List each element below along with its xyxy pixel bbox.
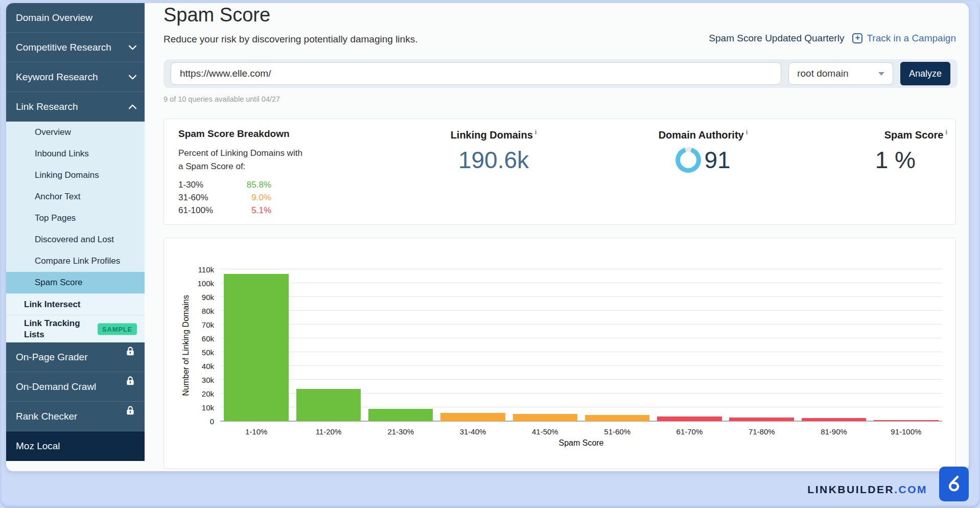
linkbuilder-logo <box>939 467 969 501</box>
sidebar-item-label: Link Intersect <box>24 299 81 310</box>
chevron-up-icon <box>129 104 136 109</box>
chart-bar-21-30% <box>368 409 433 421</box>
spam-score-breakdown: Spam Score Breakdown Percent of Linking … <box>178 128 311 217</box>
chart-bar-31-40% <box>440 413 505 421</box>
chart-y-tick: 20k <box>202 389 214 398</box>
domain-authority-label: Domain Authority <box>659 129 744 141</box>
sidebar-item-label: Discovered and Lost <box>35 235 114 245</box>
sidebar-item-link-research[interactable]: Link Research <box>6 92 145 122</box>
sidebar-item-linking-domains[interactable]: Linking Domains <box>6 165 145 186</box>
chart-bar-91-100% <box>874 420 938 421</box>
sidebar-item-label: Spam Score <box>35 278 83 288</box>
sidebar-item-discovered-and-lost[interactable]: Discovered and Lost <box>6 229 145 250</box>
sidebar-item-moz-local[interactable]: Moz Local <box>6 431 145 461</box>
page-subtitle: Reduce your risk by discovering potentia… <box>164 34 417 45</box>
chart-gridline <box>220 310 942 311</box>
sidebar-item-label: Overview <box>35 127 71 137</box>
chart-bar-51-60% <box>585 415 649 421</box>
updated-quarterly-note: Spam Score Updated Quarterly <box>709 33 844 44</box>
chart-y-tick: 0 <box>210 417 214 426</box>
chevron-down-icon <box>129 45 136 50</box>
sidebar-item-anchor-text[interactable]: Anchor Text <box>6 186 145 207</box>
app-window: Domain OverviewCompetitive ResearchKeywo… <box>6 3 969 471</box>
breakdown-row: 61-100%5.1% <box>178 204 271 217</box>
chart-y-tick: 80k <box>202 307 214 315</box>
sidebar-item-competitive-research[interactable]: Competitive Research <box>6 33 145 62</box>
chart-bar-1-10% <box>224 274 288 421</box>
queries-note: 9 of 10 queries available until 04/27 <box>164 95 280 103</box>
chart-x-tick: 81-90% <box>798 427 870 436</box>
spam-score-metric: Spam Scorei 1 % <box>840 128 947 174</box>
sidebar-item-overview[interactable]: Overview <box>6 122 145 143</box>
sidebar-item-label: Top Pages <box>35 213 76 223</box>
header-right: Spam Score Updated Quarterly Track in a … <box>709 33 956 44</box>
breakdown-rows: 1-30%85.8%31-60%9.0%61-100%5.1% <box>178 179 271 217</box>
chart-gridline <box>220 324 942 325</box>
scope-select[interactable]: root domain <box>788 62 893 85</box>
chart-gridline <box>220 296 942 297</box>
chart-bar-41-50% <box>513 414 577 421</box>
sidebar-item-compare-link-profiles[interactable]: Compare Link Profiles <box>6 250 145 272</box>
main-content: Spam Score Reduce your risk by discoveri… <box>145 3 969 471</box>
sidebar-item-label: Competitive Research <box>16 42 111 53</box>
chart-bar-71-80% <box>729 418 794 421</box>
sidebar-item-spam-score[interactable]: Spam Score <box>6 272 145 293</box>
analyze-button[interactable]: Analyze <box>900 62 950 85</box>
linkbuilder-watermark: LINKBUILDER.COM <box>807 483 927 496</box>
breakdown-row: 31-60%9.0% <box>178 192 271 204</box>
breakdown-row: 1-30%85.8% <box>178 179 271 192</box>
sidebar: Domain OverviewCompetitive ResearchKeywo… <box>6 3 145 471</box>
sidebar-item-on-demand-crawl[interactable]: On-Demand Crawl <box>6 372 145 402</box>
sidebar-item-label: Moz Local <box>16 441 60 452</box>
sidebar-item-label: On-Page Grader <box>16 352 87 363</box>
sidebar-item-link-intersect[interactable]: Link Intersect <box>6 293 145 315</box>
breakdown-title: Spam Score Breakdown <box>178 128 311 140</box>
linking-domains-value: 190.6k <box>409 146 578 174</box>
spam-score-value: 1 % <box>840 146 947 174</box>
sidebar-item-top-pages[interactable]: Top Pages <box>6 207 145 229</box>
sidebar-item-domain-overview[interactable]: Domain Overview <box>6 3 145 33</box>
search-bar: root domain Analyze <box>164 59 958 88</box>
chart-card: Number of Linking Domains Spam Score 010… <box>164 238 956 469</box>
chevron-down-icon <box>129 75 136 80</box>
lock-icon <box>126 376 134 385</box>
chart-bar-61-70% <box>657 417 721 421</box>
chart-gridline <box>220 338 942 338</box>
chart-gridline <box>220 365 942 366</box>
chart-y-tick: 60k <box>202 334 214 343</box>
sidebar-item-label: Link Tracking Lists <box>24 318 88 340</box>
url-input[interactable] <box>171 62 781 85</box>
sidebar-item-on-page-grader[interactable]: On-Page Grader <box>6 342 145 372</box>
chart-y-tick: 50k <box>202 348 214 357</box>
sidebar-item-link-tracking-lists[interactable]: Link Tracking ListsSAMPLE <box>6 315 145 342</box>
chart-x-tick: 21-30% <box>365 427 437 436</box>
info-icon: i <box>746 128 748 136</box>
breakdown-percent-value: 9.0% <box>251 192 271 204</box>
breakdown-range-label: 31-60% <box>178 192 208 204</box>
domain-authority-gauge <box>675 147 701 173</box>
chart-x-tick: 1-10% <box>220 427 292 436</box>
sidebar-item-rank-checker[interactable]: Rank Checker <box>6 402 145 431</box>
chart-x-tick: 31-40% <box>437 427 509 436</box>
sidebar-item-label: Keyword Research <box>16 72 98 83</box>
sidebar-item-keyword-research[interactable]: Keyword Research <box>6 62 145 92</box>
breakdown-range-label: 1-30% <box>178 179 203 192</box>
chart-bar-81-90% <box>802 418 866 421</box>
chart-x-tick: 51-60% <box>581 427 654 436</box>
chart-y-tick: 40k <box>202 362 214 371</box>
info-icon: i <box>535 128 537 136</box>
chevron-down-icon <box>878 72 884 76</box>
breakdown-percent-value: 85.8% <box>247 179 271 192</box>
lock-icon <box>126 347 134 356</box>
chart-x-tick: 71-80% <box>726 427 798 436</box>
info-icon: i <box>945 128 947 136</box>
domain-authority-value: 91 <box>704 146 730 174</box>
sidebar-item-inbound-links[interactable]: Inbound Links <box>6 143 145 165</box>
metrics-card: Spam Score Breakdown Percent of Linking … <box>164 119 956 225</box>
chart-gridline <box>220 352 942 352</box>
chart-gridline <box>220 283 942 283</box>
linkbuilder-b-icon <box>945 474 963 494</box>
track-in-campaign-link[interactable]: Track in a Campaign <box>852 33 956 44</box>
chart-y-tick: 100k <box>197 279 214 288</box>
chart-plot: Number of Linking Domains Spam Score 010… <box>220 269 942 421</box>
